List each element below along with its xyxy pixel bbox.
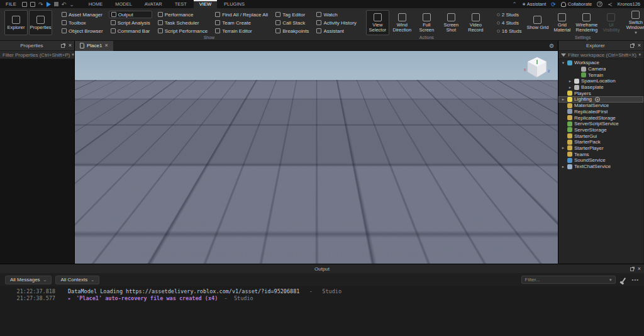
roblox-studio-window: FILE ↷ ↶ ⌄ HOME MODEL AVATAR TEST VIEW P… xyxy=(0,0,644,336)
chevron-right-icon[interactable]: ▸ xyxy=(561,145,565,150)
share-icon[interactable]: ≺ xyxy=(608,1,613,8)
ribbon-item-find-all[interactable]: Find All / Replace All xyxy=(213,11,270,18)
stud-option-2[interactable]: 2 Studs xyxy=(495,11,524,18)
place1-tab[interactable]: Place1 × xyxy=(75,41,113,51)
ribbon-item-task-scheduler[interactable]: Task Scheduler xyxy=(156,19,209,26)
chevron-right-icon[interactable]: ▸ xyxy=(561,164,565,169)
chevron-right-icon[interactable]: ▸ xyxy=(568,79,572,84)
tree-item-startergui[interactable]: ▸StarterGui xyxy=(558,133,643,139)
explorer-filter-input[interactable]: Filter workspace (Ctrl+Shift+X) ▾ xyxy=(558,51,643,59)
chevron-right-icon[interactable]: ▸ xyxy=(561,97,565,102)
file-menu[interactable]: FILE xyxy=(4,1,18,7)
ribbon-item-performance[interactable]: Performance xyxy=(156,11,209,18)
tree-item-serverstorage[interactable]: ▸ServerStorage xyxy=(558,127,643,133)
tree-item-textchatservice[interactable]: ▸TextChatService xyxy=(558,164,643,170)
redo-icon[interactable]: ↷ xyxy=(38,2,43,7)
ribbon-item-asset-manager[interactable]: Asset Manager xyxy=(60,11,105,18)
new-file-icon[interactable] xyxy=(22,2,27,7)
tree-item-serverscriptservice[interactable]: ▸ServerScriptService xyxy=(558,121,643,127)
chevron-up-icon[interactable]: ⌃ xyxy=(512,2,517,7)
decal-part[interactable] xyxy=(322,148,455,247)
play-icon[interactable] xyxy=(47,2,51,7)
stud-option-4[interactable]: 4 Studs xyxy=(495,19,524,26)
collaborate-button[interactable]: Collaborate xyxy=(561,1,592,7)
video-record-button[interactable]: Video Record xyxy=(464,10,487,35)
wireframe-rendering-button[interactable]: Wireframe Rendering xyxy=(575,10,598,35)
stud-option-16[interactable]: 16 Studs xyxy=(495,27,524,35)
ribbon-item-tag-editor[interactable]: Tag Editor xyxy=(274,11,311,18)
more-options-icon[interactable]: ••• xyxy=(632,277,639,283)
view-selector-cube[interactable]: x z xyxy=(523,55,552,81)
tree-item-baseplate[interactable]: ▸Baseplate xyxy=(558,84,643,91)
undo-icon[interactable]: ↶ xyxy=(62,2,67,7)
full-screen-button[interactable]: Full Screen xyxy=(415,10,438,35)
view-selector-button[interactable]: View Selector xyxy=(366,10,389,35)
clear-output-icon[interactable] xyxy=(621,277,625,283)
explorer-toggle-button[interactable]: Explorer xyxy=(4,10,28,35)
sync-icon[interactable]: ⟳ xyxy=(551,1,556,8)
asset-manager-icon xyxy=(62,12,67,17)
ribbon-item-team-create[interactable]: Team Create xyxy=(213,19,270,26)
tree-item-starterpack[interactable]: ▸StarterPack xyxy=(558,139,643,145)
log-line[interactable]: 21:27:38.577 ▸ 'Place1' auto-recovery fi… xyxy=(0,295,644,302)
gear-icon[interactable]: ⚙ xyxy=(549,43,554,49)
close-icon[interactable]: × xyxy=(638,43,641,48)
tab-plugins[interactable]: PLUGINS xyxy=(218,0,250,8)
ribbon-item-breakpoints[interactable]: Breakpoints xyxy=(274,27,311,35)
tree-item-spawnlocation[interactable]: ▸SpawnLocation xyxy=(558,78,643,84)
chevron-down-icon[interactable]: ▾ xyxy=(561,60,565,65)
tab-model[interactable]: MODEL xyxy=(109,0,138,8)
show-grid-button[interactable]: Show Grid xyxy=(526,10,549,35)
messages-filter-dropdown[interactable]: All Messages⌄ xyxy=(5,276,52,284)
tree-item-starterplayer[interactable]: ▸StarterPlayer xyxy=(558,145,643,152)
tree-item-replicatedstorage[interactable]: ▸ReplicatedStorage xyxy=(558,115,643,121)
tab-test[interactable]: TEST xyxy=(169,0,192,8)
grid-material-button[interactable]: Grid Material xyxy=(550,10,574,35)
ribbon-item-output[interactable]: Output xyxy=(109,11,152,18)
toolbar-caret-icon[interactable]: ⌄ xyxy=(69,2,74,7)
close-tab-icon[interactable]: × xyxy=(104,43,108,48)
tab-view[interactable]: VIEW xyxy=(194,0,217,8)
tree-item-materialservice[interactable]: ▸MaterialService xyxy=(558,103,643,109)
output-filter-input[interactable]: Filter...▾ xyxy=(521,276,616,284)
chevron-right-icon[interactable]: ▸ xyxy=(568,85,572,90)
contexts-filter-dropdown[interactable]: All Contexts⌄ xyxy=(55,276,99,284)
ribbon-item-assistant[interactable]: Assistant xyxy=(314,27,358,35)
open-file-icon[interactable] xyxy=(30,2,35,7)
ribbon-item-call-stack[interactable]: Call Stack xyxy=(274,19,311,26)
assistant-button[interactable]: ∗ Assistant xyxy=(522,1,546,7)
ribbon-item-terrain-editor[interactable]: Terrain Editor xyxy=(213,27,270,35)
ribbon-item-toolbox[interactable]: Toolbox xyxy=(60,19,105,26)
switch-windows-button[interactable]: Switch Windows xyxy=(624,10,644,35)
ribbon-item-watch[interactable]: Watch xyxy=(314,11,358,18)
tree-item-workspace[interactable]: ▾Workspace xyxy=(558,60,643,66)
wind-direction-button[interactable]: Wind Direction xyxy=(391,10,414,35)
tree-item-lighting[interactable]: ▸Lighting+ xyxy=(558,96,643,103)
tab-home[interactable]: HOME xyxy=(83,0,109,8)
tree-item-teams[interactable]: ▸Teams xyxy=(558,151,643,157)
tree-item-players[interactable]: ▸Players xyxy=(558,90,643,96)
ribbon-item-script-analysis[interactable]: Script Analysis xyxy=(109,19,152,26)
close-icon[interactable]: × xyxy=(638,266,641,272)
tree-item-camera[interactable]: ▸Camera xyxy=(558,66,643,72)
properties-filter-input[interactable]: Filter Properties (Ctrl+Shift+P) ▾ xyxy=(0,51,74,59)
popout-icon[interactable] xyxy=(630,267,634,271)
tree-item-soundservice[interactable]: ▸SoundService xyxy=(558,157,643,164)
tree-item-replicatedfirst[interactable]: ▸ReplicatedFirst xyxy=(558,109,643,115)
popout-icon[interactable] xyxy=(630,44,634,48)
stop-icon[interactable] xyxy=(54,2,58,6)
add-child-icon[interactable]: + xyxy=(595,97,600,102)
close-icon[interactable]: × xyxy=(69,43,72,48)
ribbon-item-script-performance[interactable]: Script Performance xyxy=(156,27,209,35)
properties-toggle-button[interactable]: Properties xyxy=(29,10,52,35)
log-line[interactable]: 21:22:37.818 DataModel Loading https://a… xyxy=(0,288,644,295)
tree-item-terrain[interactable]: ▸Terrain xyxy=(558,72,643,78)
screen-shot-button[interactable]: Screen Shot xyxy=(440,10,463,35)
ribbon-item-command-bar[interactable]: Command Bar xyxy=(109,27,152,35)
help-icon[interactable]: ? xyxy=(597,1,602,7)
tab-avatar[interactable]: AVATAR xyxy=(139,0,168,8)
ribbon-item-activity-history[interactable]: Activity History xyxy=(314,19,358,26)
ribbon-item-object-browser[interactable]: Object Browser xyxy=(60,27,105,35)
viewport-3d[interactable]: x z xyxy=(75,51,558,264)
popout-icon[interactable] xyxy=(61,44,65,48)
